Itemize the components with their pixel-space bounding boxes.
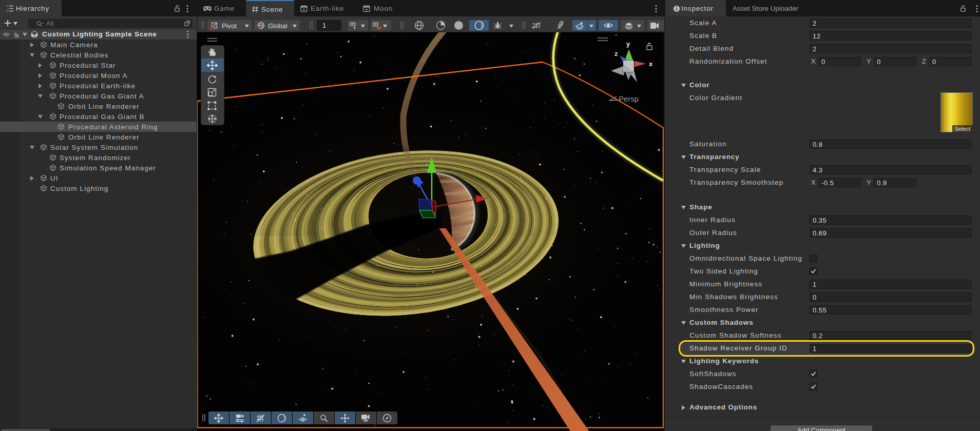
svg-text:Persp: Persp — [619, 94, 639, 103]
svg-text:z: z — [614, 50, 618, 57]
svg-text:x: x — [649, 60, 653, 68]
svg-text:y: y — [626, 40, 630, 48]
svg-text:Y: Y — [353, 26, 356, 30]
